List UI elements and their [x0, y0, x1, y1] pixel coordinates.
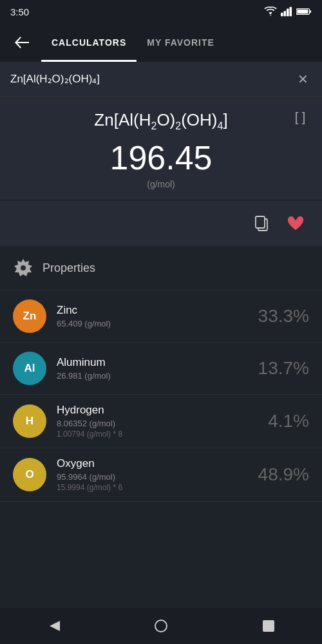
properties-section-header: Properties	[0, 246, 322, 290]
bottom-nav	[0, 608, 322, 644]
top-nav: CALCULATORS MY FAVORITE	[0, 23, 322, 62]
element-mass: 65.409 (g/mol)	[57, 319, 241, 328]
heart-icon	[287, 216, 304, 231]
nav-back-button[interactable]	[37, 610, 70, 642]
svg-rect-12	[263, 620, 274, 632]
status-time: 3:50	[10, 6, 29, 17]
element-mass: 95.9964 (g/mol)	[57, 472, 241, 482]
battery-icon	[296, 7, 312, 16]
element-percent: 33.3%	[251, 306, 309, 327]
element-circle: Al	[13, 352, 46, 385]
clear-button[interactable]: ✕	[294, 70, 312, 88]
svg-marker-10	[50, 621, 60, 631]
signal-icon	[281, 6, 292, 17]
properties-title: Properties	[43, 261, 95, 275]
back-button[interactable]	[10, 31, 33, 54]
formula-display: Zn[Al(H2O)2(OH)4]	[13, 109, 309, 133]
element-detail: 15.9994 (g/mol) * 6	[57, 483, 241, 492]
element-name: Zinc	[57, 304, 241, 317]
search-input[interactable]	[10, 73, 286, 86]
favorite-button[interactable]	[282, 210, 309, 237]
tab-calculators[interactable]: CALCULATORS	[41, 23, 137, 62]
element-percent: 4.1%	[251, 411, 309, 431]
wifi-icon	[264, 6, 277, 17]
element-row: ZnZinc65.409 (g/mol)33.3%	[0, 290, 322, 343]
molar-mass-value: 196.45	[13, 140, 309, 176]
element-percent: 48.9%	[251, 464, 309, 485]
tab-my-favorite[interactable]: MY FAVORITE	[137, 23, 225, 62]
element-circle: Zn	[13, 299, 46, 333]
element-circle: H	[13, 404, 46, 438]
svg-rect-6	[297, 10, 308, 14]
properties-icon	[13, 258, 33, 278]
element-info: Aluminum26.981 (g/mol)	[57, 356, 241, 381]
action-row	[0, 201, 322, 246]
element-mass: 8.06352 (g/mol)	[57, 419, 241, 428]
element-percent: 13.7%	[251, 358, 309, 379]
nav-home-button[interactable]	[145, 610, 177, 642]
svg-rect-1	[284, 11, 287, 16]
molar-unit: (g/mol)	[13, 179, 309, 189]
svg-point-11	[155, 620, 167, 632]
nav-recent-button[interactable]	[252, 610, 285, 642]
search-bar: ✕	[0, 62, 322, 97]
element-detail: 1.00794 (g/mol) * 8	[57, 430, 241, 439]
element-name: Hydrogen	[57, 404, 241, 417]
svg-point-9	[21, 265, 26, 270]
elements-list: ZnZinc65.409 (g/mol)33.3%AlAluminum26.98…	[0, 290, 322, 502]
svg-rect-5	[310, 10, 312, 12]
svg-rect-0	[281, 13, 283, 16]
element-info: Zinc65.409 (g/mol)	[57, 304, 241, 328]
element-row: HHydrogen8.06352 (g/mol)1.00794 (g/mol) …	[0, 395, 322, 448]
element-mass: 26.981 (g/mol)	[57, 371, 241, 381]
element-name: Aluminum	[57, 356, 241, 369]
element-name: Oxygen	[57, 457, 241, 470]
nav-tabs: CALCULATORS MY FAVORITE	[41, 23, 312, 62]
bracket-button[interactable]: [ ]	[289, 106, 312, 129]
svg-rect-3	[290, 7, 292, 16]
svg-rect-8	[256, 216, 265, 228]
copy-icon	[254, 215, 270, 232]
element-info: Oxygen95.9964 (g/mol)15.9994 (g/mol) * 6	[57, 457, 241, 492]
status-icons	[264, 6, 312, 17]
status-bar: 3:50	[0, 0, 322, 23]
copy-button[interactable]	[249, 210, 276, 237]
element-info: Hydrogen8.06352 (g/mol)1.00794 (g/mol) *…	[57, 404, 241, 439]
element-row: OOxygen95.9964 (g/mol)15.9994 (g/mol) * …	[0, 448, 322, 502]
formula-card: [ ] Zn[Al(H2O)2(OH)4] 196.45 (g/mol)	[0, 97, 322, 200]
element-row: AlAluminum26.981 (g/mol)13.7%	[0, 343, 322, 395]
svg-rect-2	[287, 9, 289, 17]
element-circle: O	[13, 458, 46, 491]
